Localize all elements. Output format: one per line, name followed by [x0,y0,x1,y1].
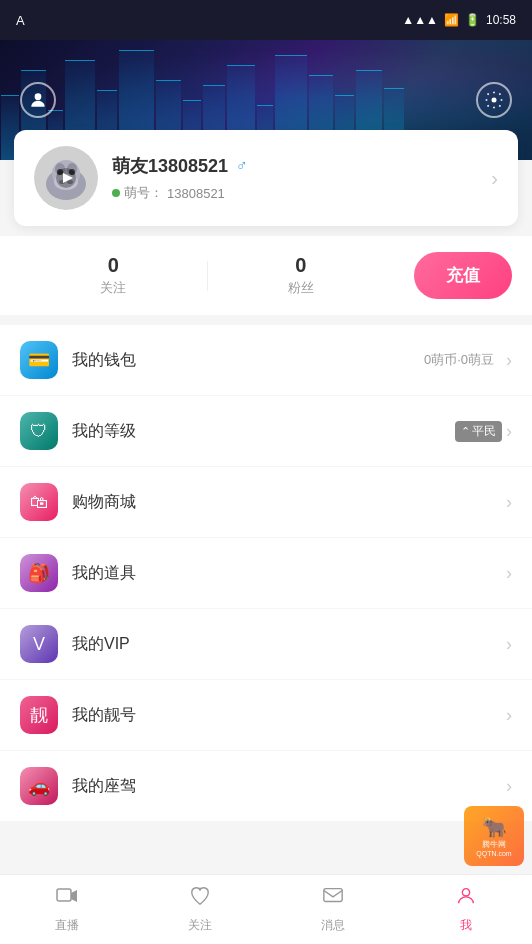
menu-icon-2: 🛍 [20,483,58,521]
gender-icon: ♂ [236,157,248,175]
menu-chevron-4: › [506,634,512,655]
menu-label-3: 我的道具 [72,563,502,584]
menu-label-6: 我的座驾 [72,776,502,797]
menu-icon-5: 靓 [20,696,58,734]
profile-info: 萌友13808521 ♂ 萌号： 13808521 [112,154,491,202]
nav-label-0: 直播 [55,917,79,934]
menu-section: 💳我的钱包0萌币·0萌豆›🛡我的等级⌃平民›🛍购物商城›🎒我的道具›V我的VIP… [0,325,532,821]
menu-icon-0: 💳 [20,341,58,379]
nav-icon-2 [321,885,345,913]
menu-item[interactable]: 🛍购物商城› [0,467,532,538]
nav-item-我[interactable]: 我 [399,877,532,942]
bottom-nav: 直播 关注 消息 我 [0,874,532,944]
status-bar-left: A [16,13,25,28]
profile-icon-btn[interactable] [20,82,56,118]
follow-label: 关注 [20,279,207,297]
menu-item[interactable]: 🚗我的座驾› [0,751,532,821]
watermark: 🐂 腾牛网 QQTN.com [464,806,524,866]
nav-item-直播[interactable]: 直播 [0,877,133,942]
nav-label-2: 消息 [321,917,345,934]
status-bar: A ▲▲▲ 📶 🔋 10:58 [0,0,532,40]
svg-marker-15 [71,890,77,902]
menu-item[interactable]: V我的VIP› [0,609,532,680]
menu-item[interactable]: 🛡我的等级⌃平民› [0,396,532,467]
menu-label-0: 我的钱包 [72,350,424,371]
nav-item-关注[interactable]: 关注 [133,877,266,942]
menu-item[interactable]: 靓我的靓号› [0,680,532,751]
signal-icon: ▲▲▲ [402,13,438,27]
time-display: 10:58 [486,13,516,27]
menu-chevron-1: › [506,421,512,442]
nav-icon-0 [55,885,79,913]
menu-badge-1: ⌃平民 [455,421,502,442]
menu-label-1: 我的等级 [72,421,455,442]
svg-point-0 [35,93,42,100]
profile-card[interactable]: 萌友13808521 ♂ 萌号： 13808521 › [14,130,518,226]
status-bar-right: ▲▲▲ 📶 🔋 10:58 [402,13,516,27]
menu-icon-4: V [20,625,58,663]
status-app-icon: A [16,13,25,28]
profile-id: 萌号： 13808521 [112,184,491,202]
nav-item-消息[interactable]: 消息 [266,877,399,942]
nav-icon-1 [188,885,212,913]
nav-label-3: 我 [460,917,472,934]
profile-name: 萌友13808521 ♂ [112,154,491,178]
svg-point-18 [462,889,469,896]
recharge-button[interactable]: 充值 [414,252,512,299]
menu-label-2: 购物商城 [72,492,502,513]
menu-icon-6: 🚗 [20,767,58,805]
menu-icon-1: 🛡 [20,412,58,450]
menu-label-5: 我的靓号 [72,705,502,726]
menu-item[interactable]: 🎒我的道具› [0,538,532,609]
stats-row: 0 关注 0 粉丝 充值 [0,236,532,315]
wifi-icon: 📶 [444,13,459,27]
menu-chevron-5: › [506,705,512,726]
menu-item[interactable]: 💳我的钱包0萌币·0萌豆› [0,325,532,396]
avatar [34,146,98,210]
svg-point-1 [492,98,497,103]
nav-icon-3 [454,885,478,913]
menu-chevron-3: › [506,563,512,584]
nav-label-1: 关注 [188,917,212,934]
menu-label-4: 我的VIP [72,634,502,655]
profile-chevron: › [491,167,498,190]
fans-stat[interactable]: 0 粉丝 [208,254,395,297]
menu-icon-3: 🎒 [20,554,58,592]
svg-rect-14 [57,889,71,901]
menu-chevron-6: › [506,776,512,797]
fans-label: 粉丝 [208,279,395,297]
follow-count: 0 [20,254,207,277]
svg-rect-17 [323,889,341,902]
fans-count: 0 [208,254,395,277]
settings-icon-btn[interactable] [476,82,512,118]
follow-stat[interactable]: 0 关注 [20,254,207,297]
battery-icon: 🔋 [465,13,480,27]
menu-value-0: 0萌币·0萌豆 [424,351,494,369]
menu-chevron-2: › [506,492,512,513]
online-dot [112,189,120,197]
menu-chevron-0: › [506,350,512,371]
